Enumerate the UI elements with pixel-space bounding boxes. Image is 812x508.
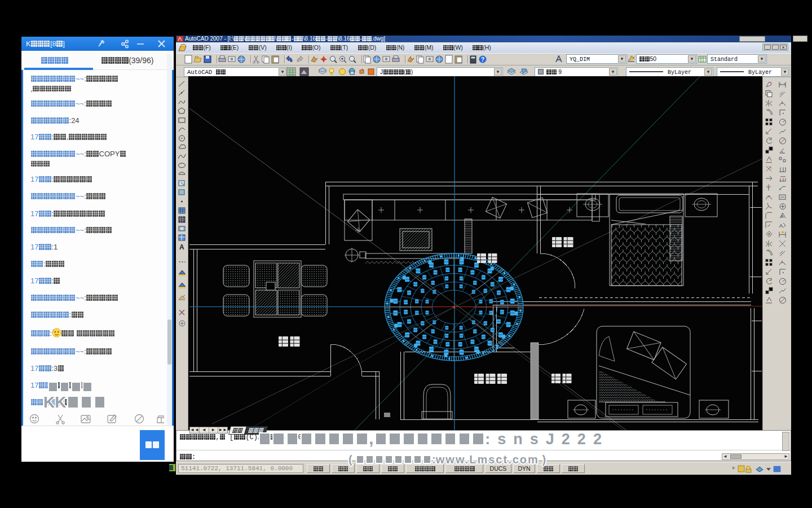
svg-text:A: A xyxy=(179,243,184,251)
svg-text:?: ? xyxy=(481,56,484,63)
svg-text:A: A xyxy=(781,214,784,218)
svg-text:A: A xyxy=(779,223,783,229)
